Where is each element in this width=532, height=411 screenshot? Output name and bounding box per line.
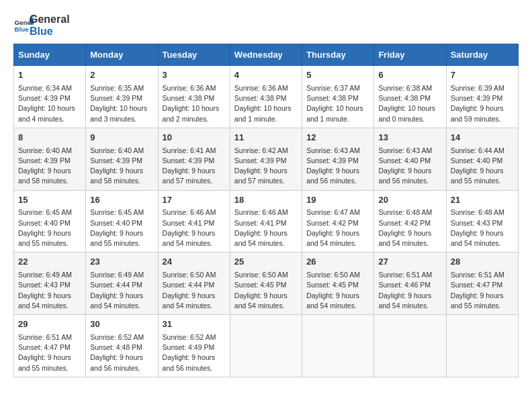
column-header-tuesday: Tuesday xyxy=(158,44,230,66)
day-cell: 2Sunrise: 6:35 AM Sunset: 4:39 PM Daylig… xyxy=(86,66,158,128)
day-cell: 11Sunrise: 6:42 AM Sunset: 4:39 PM Dayli… xyxy=(230,128,302,190)
day-number: 20 xyxy=(378,194,441,207)
column-header-monday: Monday xyxy=(86,44,158,66)
day-info: Sunrise: 6:36 AM Sunset: 4:38 PM Dayligh… xyxy=(234,83,298,124)
day-cell: 6Sunrise: 6:38 AM Sunset: 4:38 PM Daylig… xyxy=(374,66,446,128)
svg-text:Blue: Blue xyxy=(15,26,30,33)
day-cell: 27Sunrise: 6:51 AM Sunset: 4:46 PM Dayli… xyxy=(374,253,446,315)
column-header-sunday: Sunday xyxy=(14,44,86,66)
day-cell: 18Sunrise: 6:46 AM Sunset: 4:41 PM Dayli… xyxy=(230,190,302,253)
day-number: 31 xyxy=(163,318,226,331)
day-cell xyxy=(446,315,518,377)
day-cell: 26Sunrise: 6:50 AM Sunset: 4:45 PM Dayli… xyxy=(302,253,374,315)
day-cell xyxy=(302,315,374,377)
day-number: 5 xyxy=(306,69,369,82)
day-number: 11 xyxy=(234,132,298,144)
day-cell: 8Sunrise: 6:40 AM Sunset: 4:39 PM Daylig… xyxy=(14,128,86,190)
day-cell: 10Sunrise: 6:41 AM Sunset: 4:39 PM Dayli… xyxy=(158,128,230,190)
day-info: Sunrise: 6:48 AM Sunset: 4:42 PM Dayligh… xyxy=(378,208,441,248)
day-cell: 23Sunrise: 6:49 AM Sunset: 4:44 PM Dayli… xyxy=(86,253,158,315)
day-number: 23 xyxy=(90,256,153,269)
column-header-saturday: Saturday xyxy=(446,44,518,66)
day-number: 7 xyxy=(451,69,514,82)
day-number: 2 xyxy=(90,69,153,82)
day-info: Sunrise: 6:51 AM Sunset: 4:46 PM Dayligh… xyxy=(378,270,441,311)
day-info: Sunrise: 6:35 AM Sunset: 4:39 PM Dayligh… xyxy=(90,83,153,124)
day-cell: 22Sunrise: 6:49 AM Sunset: 4:43 PM Dayli… xyxy=(14,253,86,315)
day-info: Sunrise: 6:40 AM Sunset: 4:39 PM Dayligh… xyxy=(18,146,81,187)
day-info: Sunrise: 6:49 AM Sunset: 4:44 PM Dayligh… xyxy=(90,270,153,311)
day-cell: 31Sunrise: 6:52 AM Sunset: 4:49 PM Dayli… xyxy=(158,315,230,377)
day-cell: 25Sunrise: 6:50 AM Sunset: 4:45 PM Dayli… xyxy=(230,253,302,315)
week-row-3: 15Sunrise: 6:45 AM Sunset: 4:40 PM Dayli… xyxy=(14,190,519,253)
column-header-wednesday: Wednesday xyxy=(230,44,302,66)
day-cell: 21Sunrise: 6:48 AM Sunset: 4:43 PM Dayli… xyxy=(446,190,518,253)
day-cell: 17Sunrise: 6:46 AM Sunset: 4:41 PM Dayli… xyxy=(158,190,230,253)
day-info: Sunrise: 6:52 AM Sunset: 4:49 PM Dayligh… xyxy=(163,332,226,373)
column-header-thursday: Thursday xyxy=(302,44,374,66)
day-number: 29 xyxy=(18,318,81,331)
day-info: Sunrise: 6:43 AM Sunset: 4:39 PM Dayligh… xyxy=(306,146,369,187)
day-info: Sunrise: 6:46 AM Sunset: 4:41 PM Dayligh… xyxy=(163,208,226,248)
day-number: 6 xyxy=(378,69,441,82)
day-info: Sunrise: 6:40 AM Sunset: 4:39 PM Dayligh… xyxy=(90,146,153,187)
logo-blue: Blue xyxy=(30,26,70,38)
day-info: Sunrise: 6:48 AM Sunset: 4:43 PM Dayligh… xyxy=(451,208,514,248)
day-info: Sunrise: 6:50 AM Sunset: 4:45 PM Dayligh… xyxy=(306,270,369,311)
day-cell xyxy=(230,315,302,377)
day-info: Sunrise: 6:46 AM Sunset: 4:41 PM Dayligh… xyxy=(234,208,298,248)
day-info: Sunrise: 6:37 AM Sunset: 4:38 PM Dayligh… xyxy=(306,83,369,124)
day-info: Sunrise: 6:52 AM Sunset: 4:48 PM Dayligh… xyxy=(90,332,153,373)
column-header-friday: Friday xyxy=(374,44,446,66)
day-cell: 20Sunrise: 6:48 AM Sunset: 4:42 PM Dayli… xyxy=(374,190,446,253)
day-info: Sunrise: 6:45 AM Sunset: 4:40 PM Dayligh… xyxy=(90,208,153,248)
day-cell: 7Sunrise: 6:39 AM Sunset: 4:39 PM Daylig… xyxy=(446,66,518,128)
day-cell xyxy=(374,315,446,377)
day-cell: 15Sunrise: 6:45 AM Sunset: 4:40 PM Dayli… xyxy=(14,190,86,253)
day-info: Sunrise: 6:50 AM Sunset: 4:45 PM Dayligh… xyxy=(234,270,298,311)
day-number: 25 xyxy=(234,256,298,269)
day-number: 4 xyxy=(234,69,298,82)
day-cell: 3Sunrise: 6:36 AM Sunset: 4:38 PM Daylig… xyxy=(158,66,230,128)
day-cell: 14Sunrise: 6:44 AM Sunset: 4:40 PM Dayli… xyxy=(446,128,518,190)
week-row-4: 22Sunrise: 6:49 AM Sunset: 4:43 PM Dayli… xyxy=(14,253,519,315)
day-number: 18 xyxy=(234,194,298,207)
day-info: Sunrise: 6:49 AM Sunset: 4:43 PM Dayligh… xyxy=(18,270,81,311)
logo-general: General xyxy=(30,13,70,26)
day-number: 12 xyxy=(306,132,369,144)
day-number: 13 xyxy=(378,132,441,144)
header: General Blue General Blue xyxy=(13,13,519,37)
day-number: 22 xyxy=(18,256,81,269)
day-cell: 5Sunrise: 6:37 AM Sunset: 4:38 PM Daylig… xyxy=(302,66,374,128)
day-number: 17 xyxy=(163,194,226,207)
day-number: 9 xyxy=(90,132,153,144)
day-number: 1 xyxy=(18,69,81,82)
day-info: Sunrise: 6:47 AM Sunset: 4:42 PM Dayligh… xyxy=(306,208,369,248)
day-cell: 19Sunrise: 6:47 AM Sunset: 4:42 PM Dayli… xyxy=(302,190,374,253)
day-info: Sunrise: 6:43 AM Sunset: 4:40 PM Dayligh… xyxy=(378,146,441,187)
day-info: Sunrise: 6:39 AM Sunset: 4:39 PM Dayligh… xyxy=(451,83,514,124)
day-number: 28 xyxy=(451,256,514,269)
day-info: Sunrise: 6:38 AM Sunset: 4:38 PM Dayligh… xyxy=(378,83,441,124)
calendar-header: SundayMondayTuesdayWednesdayThursdayFrid… xyxy=(14,44,519,66)
day-cell: 1Sunrise: 6:34 AM Sunset: 4:39 PM Daylig… xyxy=(14,66,86,128)
day-cell: 12Sunrise: 6:43 AM Sunset: 4:39 PM Dayli… xyxy=(302,128,374,190)
day-info: Sunrise: 6:44 AM Sunset: 4:40 PM Dayligh… xyxy=(451,146,514,187)
day-info: Sunrise: 6:45 AM Sunset: 4:40 PM Dayligh… xyxy=(18,208,81,248)
logo: General Blue General Blue xyxy=(13,13,70,37)
day-info: Sunrise: 6:36 AM Sunset: 4:38 PM Dayligh… xyxy=(163,83,226,124)
day-number: 15 xyxy=(18,194,81,207)
day-number: 19 xyxy=(306,194,369,207)
day-number: 21 xyxy=(451,194,514,207)
day-info: Sunrise: 6:41 AM Sunset: 4:39 PM Dayligh… xyxy=(163,146,226,187)
day-info: Sunrise: 6:51 AM Sunset: 4:47 PM Dayligh… xyxy=(18,332,81,373)
day-number: 16 xyxy=(90,194,153,207)
day-cell: 13Sunrise: 6:43 AM Sunset: 4:40 PM Dayli… xyxy=(374,128,446,190)
day-number: 3 xyxy=(163,69,226,82)
day-number: 30 xyxy=(90,318,153,331)
day-info: Sunrise: 6:42 AM Sunset: 4:39 PM Dayligh… xyxy=(234,146,298,187)
day-cell: 24Sunrise: 6:50 AM Sunset: 4:44 PM Dayli… xyxy=(158,253,230,315)
day-number: 10 xyxy=(163,132,226,144)
day-info: Sunrise: 6:51 AM Sunset: 4:47 PM Dayligh… xyxy=(451,270,514,311)
day-number: 14 xyxy=(451,132,514,144)
